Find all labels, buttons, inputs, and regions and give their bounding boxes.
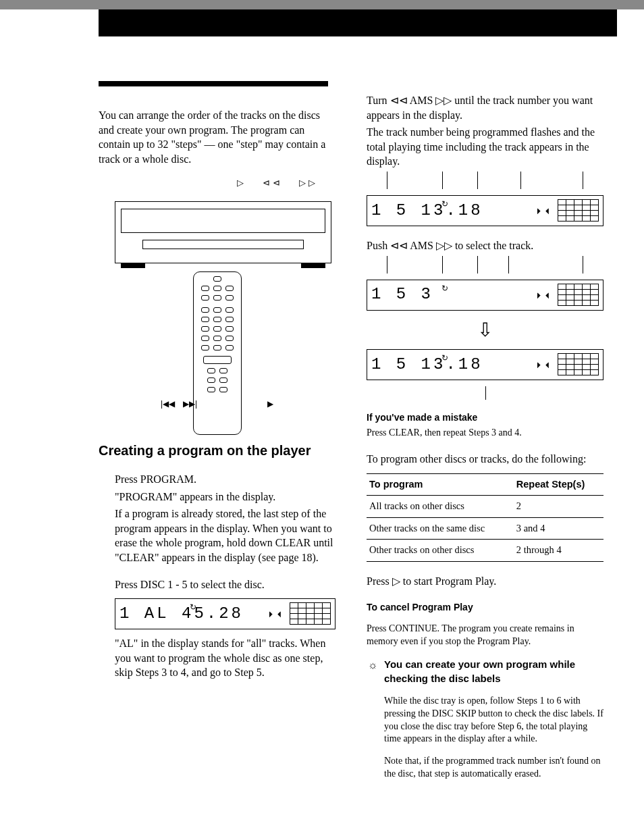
table-row: All tracks on other discs 2 [367, 496, 603, 518]
ams-next-icon: ▷▷ [436, 240, 452, 251]
lcd-callout-ticks [387, 172, 583, 189]
device-panel [121, 209, 325, 233]
repeat-icon: ↻ [441, 353, 448, 363]
step3-line2: The track number being programmed flashe… [367, 125, 603, 169]
step6-line: Press ▷ to start Program Play. [367, 574, 603, 589]
device-top-icons: ▷ ⊲⊲ ▷▷ [115, 177, 336, 189]
prev-icon: ⊲⊲ [263, 177, 283, 189]
repeat-steps-table: To program Repeat Step(s) All tracks on … [367, 473, 603, 562]
lcd-track-grid [558, 284, 599, 306]
left-column: You can arrange the order of the tracks … [99, 93, 336, 790]
lcd-display-step4b: ↻ ⏵⏴ 1 5 13.18 [367, 349, 603, 380]
lcd-al-text: 1 AL 45.28 [119, 603, 244, 625]
section-blackbar [99, 81, 328, 86]
tip-heading: You can create your own program while ch… [384, 658, 603, 685]
step2-note: "AL" in the display stands for "all" tra… [115, 636, 336, 680]
device-foot-right [301, 263, 325, 268]
step-5: To program other discs or tracks, do the… [367, 452, 603, 562]
play-icon: ▷ [392, 575, 400, 587]
step1-line3: If a program is already stored, the last… [115, 506, 336, 565]
right-column: Turn ⊲⊲ AMS ▷▷ until the track number yo… [367, 93, 603, 790]
lcd-callout-ticks-bottom [387, 386, 583, 400]
play-solid-icon: ▶ [267, 398, 273, 409]
arrow-down-icon: ⇩ [367, 317, 603, 343]
mistake-body: Press CLEAR, then repeat Steps 3 and 4. [367, 427, 603, 440]
tip-paragraph-1: While the disc tray is open, follow Step… [384, 695, 603, 746]
repeat-icon: ↻ [441, 283, 448, 294]
prev-bar-icon: |◀◀ [161, 398, 175, 409]
intro-paragraph: You can arrange the order of the tracks … [99, 108, 336, 166]
repeat-icon: ↻ [441, 199, 448, 209]
cancel-heading: To cancel Program Play [367, 601, 603, 614]
header-blackbar [99, 9, 617, 36]
step-3: Turn ⊲⊲ AMS ▷▷ until the track number yo… [367, 93, 603, 226]
lcd-callout-ticks [387, 256, 583, 273]
manual-page: You can arrange the order of the tracks … [0, 9, 644, 834]
table-row: Other tracks on the same disc 3 and 4 [367, 517, 603, 540]
tip-block: ☼ You can create your own program while … [367, 658, 603, 790]
lcd-display-step4a: ↻ ⏵⏴ 1 5 3 [367, 280, 603, 311]
ams-prev-icon: ⊲⊲ [390, 95, 408, 106]
tape-icon: ⏵⏴ [535, 359, 552, 370]
lcd-display-step3: ↻ ⏵⏴ 1 5 13.18 [367, 195, 603, 226]
step-4: Push ⊲⊲ AMS ▷▷ to select the track. ↻ ⏵⏴… [367, 238, 603, 440]
ams-prev-icon: ⊲⊲ [390, 240, 408, 251]
lcd-track-grid [558, 200, 599, 221]
lcd-track-grid [558, 354, 599, 375]
step-6: Press ▷ to start Program Play. [367, 574, 603, 589]
cancel-body: Press CONTINUE. The program you create r… [367, 623, 603, 648]
lcd-step4a-text: 1 5 3 [371, 284, 433, 305]
tip-body: You can create your own program while ch… [384, 658, 603, 790]
step4-line1: Push ⊲⊲ AMS ▷▷ to select the track. [367, 238, 603, 253]
tape-icon: ⏵⏴ [267, 608, 284, 619]
tip-icon: ☼ [367, 658, 379, 790]
mistake-heading: If you've made a mistake [367, 411, 603, 424]
subheading-create-program: Creating a program on the player [99, 442, 336, 460]
step-2: Press DISC 1 - 5 to select the disc. ↻ ⏵… [115, 577, 336, 680]
device-tray [142, 240, 304, 249]
lcd-display-al: ↻ ⏵⏴ 1 AL 45.28 [115, 598, 336, 629]
ams-next-icon: ▷▷ [435, 95, 452, 106]
table-row: Other tracks on other discs 2 through 4 [367, 540, 603, 562]
remote-figure [193, 271, 242, 435]
lcd-step4b-text: 1 5 13.18 [371, 354, 483, 375]
step1-line2: "PROGRAM" appears in the display. [115, 490, 336, 504]
tape-icon: ⏵⏴ [535, 205, 552, 216]
step2-line1: Press DISC 1 - 5 to select the disc. [115, 577, 336, 592]
step5-line1: To program other discs or tracks, do the… [367, 452, 603, 467]
step3-line1: Turn ⊲⊲ AMS ▷▷ until the track number yo… [367, 93, 603, 122]
tip-paragraph-2: Note that, if the programmed track numbe… [384, 755, 603, 781]
cd-player-figure [115, 201, 331, 263]
next-icon: ▷▷ [299, 177, 318, 189]
play-icon: ▷ [237, 177, 246, 189]
step1-line1: Press PROGRAM. [115, 472, 336, 487]
tape-icon: ⏵⏴ [535, 290, 552, 301]
device-foot-left [121, 263, 145, 268]
table-header-repeat: Repeat Step(s) [514, 473, 603, 496]
step-1: Press PROGRAM. "PROGRAM" appears in the … [115, 472, 336, 565]
lcd-step3-text: 1 5 13.18 [371, 200, 483, 221]
table-header-program: To program [367, 473, 514, 496]
two-column-layout: You can arrange the order of the tracks … [0, 93, 644, 817]
lcd-track-grid [290, 603, 331, 625]
repeat-icon: ↻ [190, 602, 196, 613]
